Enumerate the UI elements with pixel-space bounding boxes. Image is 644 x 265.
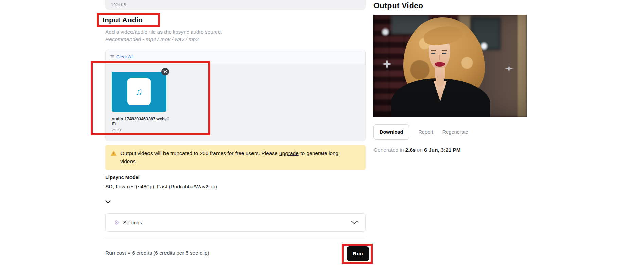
footer-divider [105, 239, 366, 239]
music-note-icon: ♫ [135, 87, 143, 97]
photo-vignette [373, 15, 527, 117]
generated-prefix: Generated in [373, 147, 404, 153]
run-cost-text: Run cost =6 credits(6 credits per 5 sec … [105, 250, 366, 256]
uploaded-audio-item: ♫ audio-1749203463387.webm 79 KB [112, 72, 170, 132]
input-audio-title: Input Audio [101, 15, 144, 25]
run-cost-suffix: (6 credits per 5 sec clip) [153, 250, 209, 256]
gear-icon: ⚙ [114, 220, 119, 226]
audio-file-name: audio-1749203463387.webm [112, 117, 165, 126]
credits-link[interactable]: 6 credits [132, 250, 152, 256]
upload-panel-body: ♫ audio-1749203463387.webm 79 KB [106, 64, 365, 141]
output-actions: Download Report Regenerate [373, 124, 527, 140]
input-audio-description: Add a video/audio file as the lipsync au… [105, 29, 366, 35]
audio-file-size: 79 KB [112, 128, 170, 132]
generated-on: on [417, 147, 423, 153]
settings-label: Settings [123, 220, 142, 226]
warning-message: Output videos will be truncated to 250 f… [120, 149, 341, 166]
input-audio-recommended-formats: Recommended - mp4 / mov / wav / mp3 [105, 36, 366, 43]
generated-datetime: 6 Jun, 3:21 PM [424, 147, 461, 153]
trash-icon [110, 54, 114, 60]
warning-text-part1: Output videos will be truncated to 250 f… [120, 150, 278, 156]
output-video-section: Output Video Download Report Regenerate [373, 0, 527, 153]
chevron-down-icon [105, 198, 111, 204]
audio-file-tile[interactable]: ♫ [112, 72, 166, 112]
previous-file-card-bottom: 1024 KB [105, 0, 366, 10]
link-icon[interactable] [165, 117, 169, 122]
lipsync-model-value[interactable]: SD, Low-res (~480p), Fast (Rudrabha/Wav2… [105, 184, 366, 190]
generation-status: Generated in2.6son6 Jun, 3:21 PM [373, 147, 527, 153]
clear-all-button[interactable]: Clear All [110, 54, 133, 60]
download-button[interactable]: Download [373, 124, 409, 140]
generated-duration: 2.6s [405, 147, 416, 153]
report-button[interactable]: Report [418, 129, 433, 135]
collapse-chevron-button[interactable] [105, 198, 111, 205]
audio-file-thumbnail: ♫ [127, 78, 151, 105]
free-user-warning-banner: Output videos will be truncated to 250 f… [105, 145, 366, 170]
clear-all-label: Clear All [116, 54, 133, 59]
upgrade-link[interactable]: upgrade [279, 150, 299, 156]
audio-file-name-text: audio-1749203463387.webm [112, 117, 165, 126]
run-cost-prefix: Run cost = [105, 250, 131, 256]
settings-chevron-down-icon [351, 220, 358, 226]
lipsync-model-label: Lipsync Model [105, 175, 366, 180]
output-video-title: Output Video [373, 1, 527, 11]
run-button[interactable]: Run [347, 246, 369, 261]
remove-file-button[interactable] [161, 68, 169, 75]
close-icon [163, 69, 167, 75]
output-video-preview[interactable] [373, 15, 527, 117]
regenerate-button[interactable]: Regenerate [442, 129, 468, 135]
previous-file-size: 1024 KB [111, 3, 126, 7]
settings-accordion[interactable]: ⚙ Settings [105, 213, 366, 232]
warning-triangle-icon [110, 150, 117, 157]
audio-upload-panel: Clear All ♫ audio-1749203463387.webm [105, 50, 366, 141]
input-audio-section: 1024 KB Input Audio Add a video/audio fi… [105, 0, 366, 256]
upload-panel-header: Clear All [106, 50, 365, 64]
